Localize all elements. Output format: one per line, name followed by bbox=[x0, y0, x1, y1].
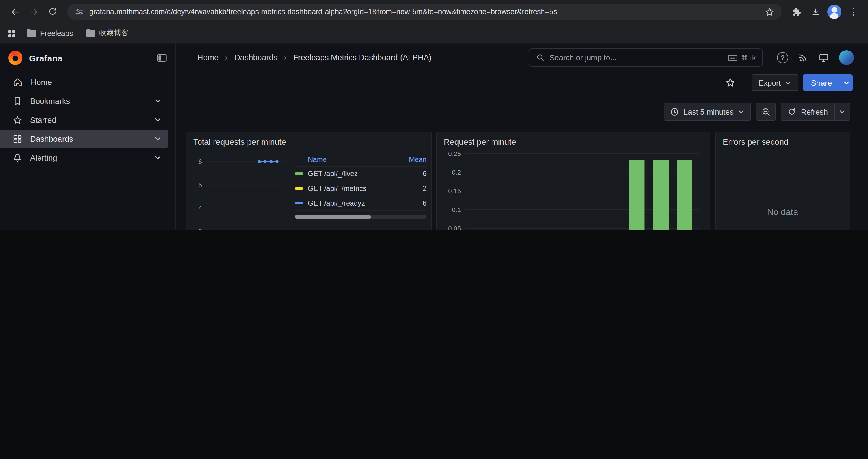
grafana-app: Grafana Home Bookmarks Star bbox=[0, 44, 868, 230]
search-shortcut: ⌘+k bbox=[728, 54, 756, 62]
export-button[interactable]: Export bbox=[752, 74, 799, 91]
time-toolbar: Last 5 minutes Refresh bbox=[663, 103, 850, 121]
breadcrumb-separator: › bbox=[284, 53, 286, 62]
svg-text:3: 3 bbox=[198, 227, 202, 230]
zoom-out-button[interactable] bbox=[756, 103, 776, 121]
rss-news-icon[interactable] bbox=[798, 53, 808, 63]
url-bar[interactable]: grafana.mathmast.com/d/deytv4rwavabkb/fr… bbox=[67, 4, 782, 20]
main-area: Home › Dashboards › Freeleaps Metrics Da… bbox=[176, 44, 868, 230]
sidebar-item-bookmarks[interactable]: Bookmarks bbox=[0, 92, 168, 110]
bell-icon bbox=[12, 153, 23, 163]
profile-button[interactable] bbox=[826, 3, 843, 21]
panel-total-requests: Total requests per minute 6543217:40 Nam… bbox=[186, 132, 432, 230]
breadcrumb-home[interactable]: Home bbox=[197, 53, 219, 62]
series-name[interactable]: GET /api/_/livez bbox=[308, 169, 401, 178]
site-settings-icon[interactable] bbox=[74, 7, 84, 17]
keyboard-icon bbox=[728, 54, 737, 61]
svg-text:0.25: 0.25 bbox=[448, 150, 461, 157]
back-icon bbox=[10, 7, 20, 17]
search-icon bbox=[536, 53, 545, 62]
folder-icon bbox=[27, 30, 36, 37]
sidebar-item-dashboards[interactable]: Dashboards bbox=[0, 130, 168, 148]
bookmarks-bar: Freeleaps 收藏博客 bbox=[0, 24, 868, 44]
help-icon[interactable]: ? bbox=[777, 52, 788, 63]
home-icon bbox=[12, 77, 23, 88]
chevron-down-icon[interactable] bbox=[154, 97, 161, 104]
panel-title[interactable]: Request per minute bbox=[437, 132, 710, 148]
chevron-down-icon[interactable] bbox=[154, 117, 161, 124]
series-name[interactable]: GET /api/_/readyz bbox=[308, 199, 401, 207]
search-input[interactable] bbox=[550, 53, 723, 62]
scrollbar-thumb[interactable] bbox=[295, 215, 371, 219]
legend-column-header[interactable]: Mean bbox=[401, 155, 427, 163]
folder-icon bbox=[86, 30, 95, 37]
dashboards-grid-icon bbox=[12, 134, 23, 144]
panel-request-per-minute: Request per minute 0.250.20.150.10.05017… bbox=[436, 132, 710, 230]
panel-errors-per-second: Errors per second No data bbox=[715, 132, 850, 230]
panel-title[interactable]: Total requests per minute bbox=[186, 132, 431, 148]
share-menu-button[interactable] bbox=[840, 74, 852, 91]
breadcrumb-dashboards[interactable]: Dashboards bbox=[234, 53, 277, 62]
series-name[interactable]: GET /api/_/metrics bbox=[308, 184, 401, 193]
chevron-down-icon bbox=[785, 79, 792, 86]
series-swatch-icon bbox=[295, 202, 303, 204]
refresh-button[interactable]: Refresh bbox=[781, 103, 834, 120]
legend-row: GET /api/_/readyz6 bbox=[295, 196, 427, 211]
reload-icon bbox=[48, 7, 57, 17]
breadcrumb: Home › Dashboards › Freeleaps Metrics Da… bbox=[176, 53, 432, 62]
legend-header-row: NameMean bbox=[295, 153, 427, 167]
svg-text:6: 6 bbox=[198, 158, 202, 165]
extensions-button[interactable] bbox=[788, 3, 805, 21]
bar-chart[interactable]: 0.250.20.150.10.05017:37:0017:38:0017:39… bbox=[441, 148, 704, 230]
bookmark-star-icon[interactable] bbox=[765, 7, 775, 17]
sidebar-item-starred[interactable]: Starred bbox=[0, 111, 168, 129]
chevron-down-icon[interactable] bbox=[154, 135, 161, 142]
refresh-split-button: Refresh bbox=[781, 103, 850, 121]
bookmark-folder-freeleaps[interactable]: Freeleaps bbox=[25, 28, 75, 39]
search-box[interactable]: ⌘+k bbox=[529, 48, 763, 67]
kebab-menu-icon: ⋮ bbox=[847, 6, 860, 17]
apps-grid-icon[interactable] bbox=[7, 29, 17, 38]
legend-column-header[interactable]: Name bbox=[295, 155, 401, 163]
user-avatar[interactable] bbox=[839, 50, 854, 65]
sidebar-collapse-icon[interactable] bbox=[157, 53, 167, 63]
download-icon bbox=[810, 7, 820, 17]
legend-scrollbar[interactable] bbox=[295, 215, 427, 219]
forward-button[interactable] bbox=[25, 3, 42, 21]
grafana-logo-icon[interactable] bbox=[8, 51, 23, 65]
sidebar-item-home[interactable]: Home bbox=[0, 73, 168, 91]
legend-row: GET /api/_/livez6 bbox=[295, 167, 427, 182]
sidebar-nav: Home Bookmarks Starred D bbox=[0, 73, 176, 167]
star-outline-icon bbox=[725, 77, 736, 88]
favorite-dashboard-button[interactable] bbox=[722, 74, 739, 91]
downloads-button[interactable] bbox=[807, 3, 824, 21]
breadcrumb-current: Freeleaps Metrics Dashboard (ALPHA) bbox=[293, 53, 431, 62]
share-button[interactable]: Share bbox=[803, 74, 840, 91]
bookmark-folder-blogs[interactable]: 收藏博客 bbox=[84, 27, 131, 40]
line-chart[interactable]: 6543217:40 bbox=[191, 148, 291, 230]
url-text[interactable]: grafana.mathmast.com/d/deytv4rwavabkb/fr… bbox=[89, 8, 759, 16]
svg-text:0.05: 0.05 bbox=[448, 225, 461, 230]
svg-text:0.1: 0.1 bbox=[452, 206, 461, 214]
breadcrumb-separator: › bbox=[225, 53, 228, 62]
sidebar-header: Grafana bbox=[0, 44, 176, 72]
reload-button[interactable] bbox=[44, 3, 61, 21]
chevron-down-icon[interactable] bbox=[154, 154, 161, 161]
share-split-button: Share bbox=[803, 74, 852, 91]
browser-menu-button[interactable]: ⋮ bbox=[844, 3, 862, 21]
forward-icon bbox=[29, 7, 39, 17]
series-swatch-icon bbox=[295, 187, 303, 190]
sidebar-item-alerting[interactable]: Alerting bbox=[0, 149, 168, 167]
brand-title: Grafana bbox=[29, 53, 150, 63]
dashboard-actions: Export Share bbox=[176, 71, 868, 94]
refresh-icon bbox=[788, 107, 796, 116]
browser-avatar bbox=[827, 5, 841, 19]
time-range-picker[interactable]: Last 5 minutes bbox=[663, 103, 751, 121]
back-button[interactable] bbox=[6, 3, 24, 21]
screen: grafana.mathmast.com/d/deytv4rwavabkb/fr… bbox=[0, 0, 868, 230]
legend-row: GET /api/_/metrics2 bbox=[295, 182, 427, 196]
series-swatch-icon bbox=[295, 172, 303, 175]
kiosk-monitor-icon[interactable] bbox=[818, 52, 829, 63]
refresh-interval-button[interactable] bbox=[834, 103, 850, 120]
panel-title[interactable]: Errors per second bbox=[716, 132, 850, 148]
